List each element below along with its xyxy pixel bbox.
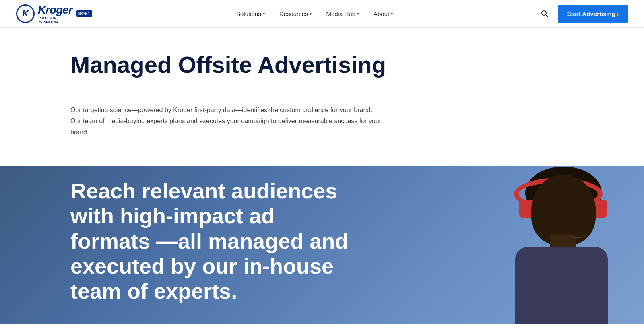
kroger-k-icon: K	[16, 4, 35, 23]
nav-actions: Start Advertising ›	[537, 5, 628, 23]
chevron-down-icon: ▾	[310, 12, 312, 16]
chevron-down-icon: ▾	[263, 12, 265, 16]
hero-divider	[70, 90, 151, 91]
nav-resources[interactable]: Resources ▾	[274, 7, 318, 21]
banner-text-area: Reach relevant audiences with high-impac…	[0, 166, 451, 324]
hero-section: Managed Offsite Advertising Our targetin…	[0, 28, 644, 166]
start-advertising-button[interactable]: Start Advertising ›	[558, 5, 628, 23]
kroger-wordmark: Kroger	[38, 4, 72, 16]
nav-solutions[interactable]: Solutions ▾	[231, 7, 270, 21]
search-button[interactable]	[537, 6, 552, 21]
b451-badge: 84°51	[76, 10, 92, 17]
nav-links: Solutions ▾ Resources ▾ Media Hub ▾ Abou…	[231, 7, 398, 21]
nav-media-hub[interactable]: Media Hub ▾	[320, 7, 365, 21]
banner-person-image	[435, 166, 644, 324]
page-title: Managed Offsite Advertising	[70, 52, 574, 78]
chevron-down-icon: ▾	[391, 12, 393, 16]
navigation: K Kroger PRECISION MARKETING 84°51 Solut…	[0, 0, 644, 28]
nav-about[interactable]: About ▾	[368, 7, 398, 21]
banner-headline: Reach relevant audiences with high-impac…	[70, 178, 360, 303]
chevron-down-icon: ▾	[357, 12, 359, 16]
banner-section: Reach relevant audiences with high-impac…	[0, 166, 644, 324]
person-smile	[569, 230, 587, 238]
search-icon	[541, 10, 549, 18]
kroger-logo[interactable]: K Kroger PRECISION MARKETING 84°51	[16, 4, 92, 24]
kroger-tagline: PRECISION MARKETING	[39, 16, 72, 24]
logo-area: K Kroger PRECISION MARKETING 84°51	[16, 4, 92, 24]
person-body	[515, 247, 608, 324]
svg-line-1	[545, 15, 548, 17]
hero-description: Our targeting science—powered by Kroger …	[70, 105, 384, 138]
person-figure	[467, 167, 620, 324]
